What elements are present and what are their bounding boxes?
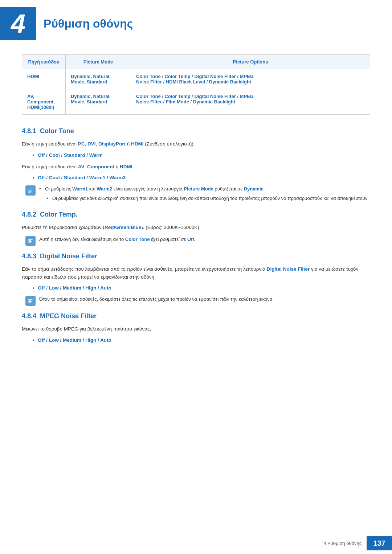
note-icon [25, 296, 36, 306]
list-item: Off / Low / Medium / High / Auto [33, 285, 370, 291]
page-footer: 4 Ρύθμιση οθόνης 137 [318, 533, 392, 554]
section-4-8-3: 4.8.3 Digital Noise Filter Εάν το σήμα μ… [22, 253, 370, 306]
svg-rect-0 [27, 187, 34, 194]
section-4-8-2: 4.8.2 Color Temp. Ρυθμίστε τη θερμοκρασί… [22, 211, 370, 246]
list-item: Off / Cool / Standard / Warm1 / Warm2 [33, 175, 370, 180]
section-heading-4-8-4: 4.8.4 MPEG Noise Filter [22, 312, 370, 320]
section-4-8-1-bullet1: Off / Cool / Standard / Warm [33, 152, 370, 158]
table-cell-mode-1: Dynamic, Natural, Movie, Standard [66, 89, 131, 115]
page-title: Ρύθμιση οθόνης [44, 17, 133, 30]
section-heading-4-8-2: 4.8.2 Color Temp. [22, 211, 370, 218]
list-item: Off / Cool / Standard / Warm [33, 152, 370, 158]
note-icon [25, 185, 36, 196]
list-item: Off / Low / Medium / High / Auto [33, 337, 370, 343]
svg-rect-1 [27, 238, 34, 244]
note-icon [25, 236, 36, 246]
main-content: Πηγή εισόδου Picture Mode Picture Option… [0, 54, 392, 370]
table-cell-options-0: Color Tone / Color Temp / Digital Noise … [131, 69, 370, 89]
section-4-8-1: 4.8.1 Color Tone Εάν η πηγή εισόδου είνα… [22, 127, 370, 204]
section-4-8-1-body2: Εάν η πηγή εισόδου είναι AV, Component ή… [22, 163, 370, 171]
table-row: AV, Component, HDMI(1080i) Dynamic, Natu… [22, 89, 370, 115]
section-4-8-2-body1: Ρυθμίστε τη θερμοκρασία χρωμάτων (Red/Gr… [22, 223, 370, 231]
section-4-8-4-bullet1: Off / Low / Medium / High / Auto [33, 337, 370, 343]
section-4-8-3-notes: Όταν το σήμα είναι ασθενές, δοκιμάστε όλ… [25, 296, 370, 306]
section-4-8-4: 4.8.4 MPEG Noise Filter Μειώνει το θόρυβ… [22, 312, 370, 343]
table-header-source: Πηγή εισόδου [22, 55, 66, 69]
list-item: Οι ρυθμίσεις για κάθε εξωτερική συσκευή … [46, 195, 369, 202]
section-4-8-1-notes: Οι ρυθμίσεις Warm1 και Warm2 είναι ανενε… [25, 185, 370, 204]
section-4-8-2-notes: Αυτή η επιλογή δεν είναι διαθέσιμη αν το… [25, 236, 370, 246]
page-header: 4 Ρύθμιση οθόνης [0, 0, 392, 44]
section-4-8-1-body1: Εάν η πηγή εισόδου είναι PC, DVI, Displa… [22, 140, 370, 148]
picture-options-table: Πηγή εισόδου Picture Mode Picture Option… [22, 54, 370, 115]
table-cell-source-0: HDMI [22, 69, 66, 89]
footer-chapter-text: 4 Ρύθμιση οθόνης [318, 538, 367, 549]
table-cell-source-1: AV, Component, HDMI(1080i) [22, 89, 66, 115]
section-4-8-3-body1: Εάν το σήμα μετάδοσης που λαμβάνεται από… [22, 265, 370, 281]
svg-rect-2 [27, 297, 34, 304]
note-content: Οι ρυθμίσεις Warm1 και Warm2 είναι ανενε… [39, 185, 369, 204]
note-content: Όταν το σήμα είναι ασθενές, δοκιμάστε όλ… [39, 296, 274, 303]
section-4-8-3-bullet1: Off / Low / Medium / High / Auto [33, 285, 370, 291]
table-header-options: Picture Options [131, 55, 370, 69]
footer-page-number: 137 [367, 536, 392, 550]
table-row: HDMI Dynamic, Natural, Movie, Standard C… [22, 69, 370, 89]
table-header-mode: Picture Mode [66, 55, 131, 69]
section-heading-4-8-3: 4.8.3 Digital Noise Filter [22, 253, 370, 260]
section-heading-4-8-1: 4.8.1 Color Tone [22, 127, 370, 135]
chapter-number: 4 [0, 7, 36, 40]
table-cell-options-1: Color Tone / Color Temp / Digital Noise … [131, 89, 370, 115]
list-item: Οι ρυθμίσεις Warm1 και Warm2 είναι ανενε… [39, 185, 369, 193]
note-content: Αυτή η επιλογή δεν είναι διαθέσιμη αν το… [39, 236, 195, 243]
table-cell-mode-0: Dynamic, Natural, Movie, Standard [66, 69, 131, 89]
section-4-8-1-bullet2: Off / Cool / Standard / Warm1 / Warm2 [33, 175, 370, 180]
section-4-8-4-body1: Μειώνει το θόρυβο MPEG για βελτιωμένη πο… [22, 325, 370, 333]
